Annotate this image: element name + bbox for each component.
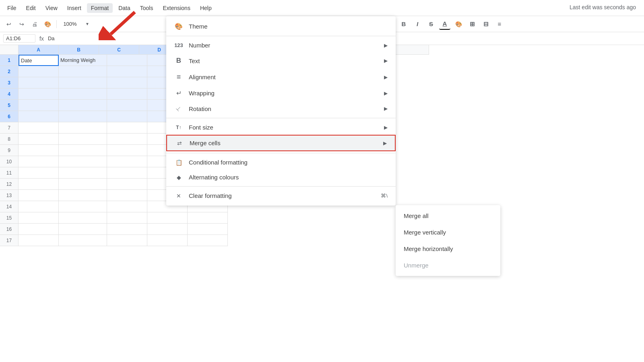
cell-b11[interactable] xyxy=(59,167,107,179)
menu-view[interactable]: View xyxy=(41,3,62,13)
cell-a17[interactable] xyxy=(19,235,59,246)
cell-a3[interactable] xyxy=(19,77,59,88)
cell-c17[interactable] xyxy=(107,235,147,246)
cell-b5[interactable] xyxy=(59,100,107,111)
cell-a4[interactable] xyxy=(19,88,59,100)
col-header-c[interactable]: C xyxy=(99,45,139,55)
cell-b10[interactable] xyxy=(59,156,107,167)
menu-extensions[interactable]: Extensions xyxy=(159,3,194,13)
cell-c8[interactable] xyxy=(107,134,147,145)
redo-button[interactable]: ↪ xyxy=(16,19,27,30)
cell-c12[interactable] xyxy=(107,179,147,190)
menu-file[interactable]: File xyxy=(3,3,21,13)
cell-a2[interactable] xyxy=(19,66,59,77)
cell-a8[interactable] xyxy=(19,134,59,145)
cell-a7[interactable] xyxy=(19,122,59,134)
cell-a11[interactable] xyxy=(19,167,59,179)
cell-d17[interactable] xyxy=(147,235,188,246)
bold-button[interactable]: B xyxy=(398,19,409,30)
zoom-dropdown-button[interactable]: ▼ xyxy=(82,19,93,30)
cell-c2[interactable] xyxy=(107,66,147,77)
col-header-a[interactable]: A xyxy=(19,45,59,55)
undo-button[interactable]: ↩ xyxy=(3,19,14,30)
cell-b7[interactable] xyxy=(59,122,107,134)
merge-cells-toolbar-button[interactable]: ⊟ xyxy=(480,19,491,30)
cell-c11[interactable] xyxy=(107,167,147,179)
cell-c9[interactable] xyxy=(107,145,147,156)
alternating-colours-menu-item[interactable]: ◆ Alternating colours xyxy=(166,170,396,185)
cell-b15[interactable] xyxy=(59,212,107,224)
cell-e17[interactable] xyxy=(188,235,228,246)
cell-d16[interactable] xyxy=(147,224,188,235)
alignment-menu-item[interactable]: ≡ Alignment ▶ xyxy=(166,69,396,85)
cell-reference[interactable]: A1:D6 xyxy=(3,34,35,43)
merge-cells-menu-item[interactable]: ⇄ Merge cells ▶ xyxy=(166,135,396,151)
cell-c13[interactable] xyxy=(107,190,147,201)
cell-a16[interactable] xyxy=(19,224,59,235)
underline-button[interactable]: A xyxy=(439,19,450,30)
cell-c1[interactable] xyxy=(107,55,147,66)
cell-c14[interactable] xyxy=(107,201,147,212)
cell-b16[interactable] xyxy=(59,224,107,235)
merge-vertically-item[interactable]: Merge vertically xyxy=(396,224,500,241)
cell-e16[interactable] xyxy=(188,224,228,235)
cell-c10[interactable] xyxy=(107,156,147,167)
cell-b8[interactable] xyxy=(59,134,107,145)
cell-a9[interactable] xyxy=(19,145,59,156)
menu-insert[interactable]: Insert xyxy=(63,3,85,13)
cell-b6[interactable] xyxy=(59,111,107,122)
fill-color-button[interactable]: 🎨 xyxy=(453,19,464,30)
toolbar-more-button[interactable]: ≡ xyxy=(494,19,505,30)
cell-e15[interactable] xyxy=(188,212,228,224)
menu-divider-2 xyxy=(166,118,396,118)
rotation-menu-item[interactable]: ⟂ Rotation ▶ xyxy=(166,101,396,116)
cell-c7[interactable] xyxy=(107,122,147,134)
cell-c5[interactable] xyxy=(107,100,147,111)
cell-b9[interactable] xyxy=(59,145,107,156)
unmerge-item[interactable]: Unmerge xyxy=(396,257,500,274)
row-num-10: 10 xyxy=(0,156,19,167)
cell-b1[interactable]: Morning Weigh xyxy=(59,55,107,66)
cell-a14[interactable] xyxy=(19,201,59,212)
cell-c16[interactable] xyxy=(107,224,147,235)
cell-b14[interactable] xyxy=(59,201,107,212)
cell-b2[interactable] xyxy=(59,66,107,77)
menu-help[interactable]: Help xyxy=(196,3,216,13)
cell-a6[interactable] xyxy=(19,111,59,122)
cell-d15[interactable] xyxy=(147,212,188,224)
merge-horizontally-item[interactable]: Merge horizontally xyxy=(396,241,500,257)
strikethrough-button[interactable]: S xyxy=(425,19,437,30)
borders-button[interactable]: ⊞ xyxy=(466,19,478,30)
menu-edit[interactable]: Edit xyxy=(22,3,40,13)
cell-c3[interactable] xyxy=(107,77,147,88)
cell-c15[interactable] xyxy=(107,212,147,224)
col-header-b[interactable]: B xyxy=(59,45,99,55)
row-header-spacer xyxy=(0,45,19,55)
wrapping-menu-item[interactable]: ↵ Wrapping ▶ xyxy=(166,85,396,101)
cell-a1[interactable]: Date xyxy=(19,55,59,66)
zoom-input[interactable] xyxy=(60,21,80,27)
clear-formatting-menu-item[interactable]: ✕ Clear formatting ⌘\ xyxy=(166,188,396,203)
text-menu-item[interactable]: B Text ▶ xyxy=(166,53,396,69)
cell-b3[interactable] xyxy=(59,77,107,88)
number-menu-item[interactable]: 123 Number ▶ xyxy=(166,38,396,53)
cell-b17[interactable] xyxy=(59,235,107,246)
cell-b12[interactable] xyxy=(59,179,107,190)
cell-a12[interactable] xyxy=(19,179,59,190)
cell-a15[interactable] xyxy=(19,212,59,224)
cell-a13[interactable] xyxy=(19,190,59,201)
italic-button[interactable]: I xyxy=(412,19,423,30)
conditional-formatting-menu-item[interactable]: 📋 Conditional formatting xyxy=(166,155,396,170)
cell-b4[interactable] xyxy=(59,88,107,100)
cell-c4[interactable] xyxy=(107,88,147,100)
cell-a5[interactable] xyxy=(19,100,59,111)
merge-all-item[interactable]: Merge all xyxy=(396,208,500,224)
font-size-menu-item[interactable]: T↑ Font size ▶ xyxy=(166,120,396,135)
print-button[interactable]: 🖨 xyxy=(29,19,40,30)
theme-menu-item[interactable]: 🎨 Theme xyxy=(166,19,396,34)
cell-c6[interactable] xyxy=(107,111,147,122)
cell-a10[interactable] xyxy=(19,156,59,167)
paint-format-button[interactable]: 🎨 xyxy=(42,19,53,30)
theme-label: Theme xyxy=(189,23,208,30)
cell-b13[interactable] xyxy=(59,190,107,201)
